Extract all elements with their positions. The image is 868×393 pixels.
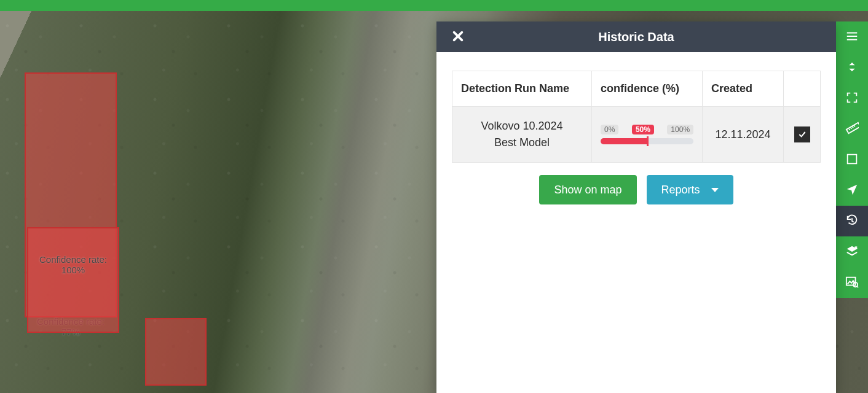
- confidence-scale: 0% 50% 100%: [601, 125, 693, 134]
- conf-current: 50%: [632, 125, 654, 134]
- conf-max: 100%: [667, 125, 693, 134]
- panel-body: Detection Run Name confidence (%) Create…: [436, 52, 836, 223]
- col-confidence: confidence (%): [592, 71, 703, 107]
- detection-box[interactable]: [145, 318, 207, 386]
- menu-button[interactable]: [836, 21, 868, 52]
- run-name-line1: Volkovo 10.2024: [461, 118, 583, 134]
- workspace: Confidence rate: 77% Confidence rate: 10…: [0, 11, 868, 393]
- close-panel-button[interactable]: [446, 21, 470, 52]
- search-image-button[interactable]: [836, 267, 868, 298]
- history-button[interactable]: [836, 206, 868, 236]
- show-on-map-label: Show on map: [554, 184, 621, 196]
- svg-rect-0: [846, 122, 859, 133]
- chevron-down-icon: [711, 188, 719, 192]
- created-cell: 12.11.2024: [703, 107, 784, 163]
- confidence-fill: [601, 138, 647, 144]
- ruler-icon: [845, 122, 859, 137]
- col-created: Created: [703, 71, 784, 107]
- fullscreen-button[interactable]: [836, 83, 868, 114]
- run-name-line2: Best Model: [461, 134, 583, 151]
- detection-runs-table: Detection Run Name confidence (%) Create…: [452, 71, 821, 163]
- historic-data-panel: Historic Data Detection Run Name confide…: [436, 21, 836, 393]
- sort-updown-icon: [845, 60, 859, 76]
- app-topbar: [0, 0, 868, 11]
- confidence-cell: 0% 50% 100%: [592, 107, 703, 163]
- rectangle-button[interactable]: [836, 144, 868, 175]
- select-row-checkbox[interactable]: [794, 126, 810, 142]
- conf-min: 0%: [601, 125, 618, 134]
- panel-header: Historic Data: [436, 21, 836, 52]
- reports-label: Reports: [661, 184, 700, 196]
- sort-button[interactable]: [836, 52, 868, 83]
- detection-box[interactable]: Confidence rate: 100%: [27, 227, 119, 333]
- locate-icon: [845, 183, 859, 198]
- search-image-icon: [845, 275, 859, 290]
- panel-title: Historic Data: [598, 30, 674, 44]
- table-row: Volkovo 10.2024 Best Model 0% 50% 100%: [452, 107, 821, 163]
- close-icon: [451, 29, 465, 45]
- layers-remove-icon: [845, 244, 859, 260]
- confidence-slider[interactable]: [601, 138, 693, 144]
- measure-button[interactable]: [836, 114, 868, 144]
- run-name-cell: Volkovo 10.2024 Best Model: [452, 107, 592, 163]
- detection-label: Confidence rate:: [39, 254, 107, 265]
- confidence-knob[interactable]: [647, 136, 649, 146]
- col-name: Detection Run Name: [452, 71, 592, 107]
- side-toolbar: [836, 21, 868, 298]
- locate-button[interactable]: [836, 175, 868, 206]
- svg-rect-1: [848, 154, 857, 163]
- history-icon: [845, 214, 859, 229]
- square-icon: [845, 152, 859, 168]
- reports-dropdown-button[interactable]: Reports: [647, 175, 733, 204]
- fullscreen-icon: [845, 91, 859, 106]
- layers-button[interactable]: [836, 236, 868, 267]
- show-on-map-button[interactable]: Show on map: [539, 175, 636, 204]
- col-select: [784, 71, 821, 107]
- detection-value: 100%: [61, 265, 85, 275]
- select-cell: [784, 107, 821, 163]
- menu-icon: [845, 29, 859, 45]
- panel-actions: Show on map Reports: [452, 175, 821, 204]
